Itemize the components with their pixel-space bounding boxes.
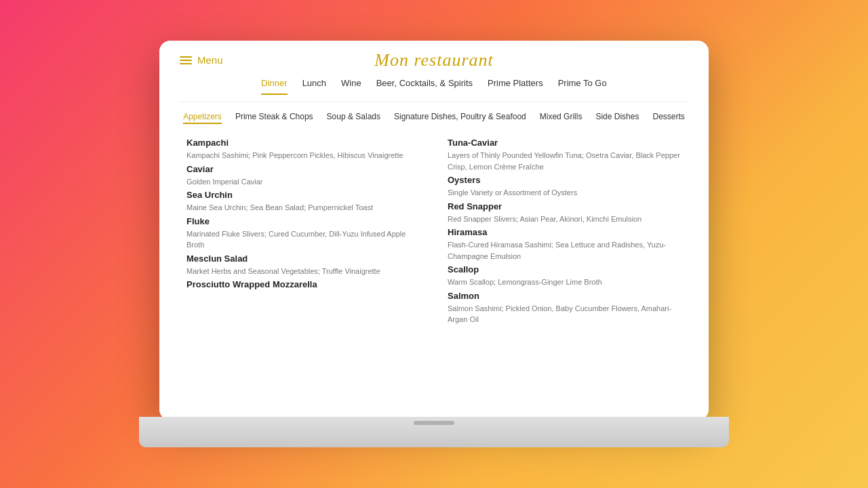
sub-nav: Appetizers Prime Steak & Chops Soup & Sa… — [180, 112, 688, 124]
item-name: Oysters — [448, 175, 682, 185]
item-name: Scallop — [448, 264, 682, 274]
item-desc: Marinated Fluke Slivers; Cured Cucumber,… — [186, 228, 420, 251]
hamburger-icon[interactable] — [180, 56, 192, 64]
item-name: Hiramasa — [448, 227, 682, 237]
list-item: Mesclun Salad Market Herbs and Seasonal … — [186, 253, 420, 277]
item-desc: Kampachi Sashimi; Pink Peppercorn Pickle… — [186, 150, 420, 161]
nav-prime-platters[interactable]: Prime Platters — [488, 78, 543, 95]
item-name: Mesclun Salad — [186, 253, 420, 264]
list-item: Salmon Salmon Sashimi; Pickled Onion, Ba… — [448, 291, 682, 325]
list-item: Sea Urchin Maine Sea Urchin; Sea Bean Sa… — [186, 190, 420, 214]
list-item: Red Snapper Red Snapper Slivers; Asian P… — [448, 201, 682, 225]
item-desc: Golden Imperial Caviar — [186, 176, 420, 188]
subnav-side-dishes[interactable]: Side Dishes — [595, 112, 639, 124]
menu-column-left: Kampachi Kampachi Sashimi; Pink Pepperco… — [186, 138, 420, 328]
subnav-desserts[interactable]: Desserts — [652, 112, 684, 124]
item-name: Fluke — [186, 216, 420, 226]
restaurant-title: Mon restaurant — [374, 50, 494, 70]
laptop-screen: Menu Mon restaurant Dinner Lunch Wine Be… — [159, 41, 709, 420]
item-desc: Flash-Cured Hiramasa Sashimi; Sea Lettuc… — [448, 239, 682, 262]
item-desc: Red Snapper Slivers; Asian Pear, Akinori… — [448, 214, 682, 225]
list-item: Caviar Golden Imperial Caviar — [186, 164, 420, 188]
nav-prime-to-go[interactable]: Prime To Go — [558, 78, 607, 95]
nav-lunch[interactable]: Lunch — [302, 78, 326, 95]
list-item: Hiramasa Flash-Cured Hiramasa Sashimi; S… — [448, 227, 682, 262]
list-item: Scallop Warm Scallop; Lemongrass-Ginger … — [448, 264, 682, 288]
item-desc: Maine Sea Urchin; Sea Bean Salad; Pumper… — [186, 202, 420, 214]
item-name: Red Snapper — [448, 201, 682, 211]
item-name: Prosciutto Wrapped Mozzarella — [186, 279, 420, 289]
list-item: Prosciutto Wrapped Mozzarella — [186, 279, 420, 289]
header: Menu Mon restaurant — [180, 54, 688, 66]
menu-icon-area[interactable]: Menu — [180, 54, 223, 66]
item-desc: Warm Scallop; Lemongrass-Ginger Lime Bro… — [448, 277, 682, 288]
item-desc: Market Herbs and Seasonal Vegetables; Tr… — [186, 266, 420, 277]
item-name: Kampachi — [186, 138, 420, 148]
laptop-wrapper: Menu Mon restaurant Dinner Lunch Wine Be… — [139, 41, 729, 447]
main-nav: Dinner Lunch Wine Beer, Cocktails, & Spi… — [180, 78, 688, 102]
subnav-mixed-grills[interactable]: Mixed Grills — [540, 112, 583, 124]
list-item: Oysters Single Variety or Assortment of … — [448, 175, 682, 199]
subnav-steak[interactable]: Prime Steak & Chops — [235, 112, 313, 124]
item-name: Sea Urchin — [186, 190, 420, 200]
item-desc: Single Variety or Assortment of Oysters — [448, 187, 682, 199]
laptop-base — [139, 417, 729, 447]
subnav-signature[interactable]: Signature Dishes, Poultry & Seafood — [394, 112, 526, 124]
subnav-appetizers[interactable]: Appetizers — [183, 112, 222, 124]
item-name: Salmon — [448, 291, 682, 301]
item-name: Caviar — [186, 164, 420, 174]
nav-wine[interactable]: Wine — [341, 78, 361, 95]
list-item: Kampachi Kampachi Sashimi; Pink Pepperco… — [186, 138, 420, 161]
nav-beer[interactable]: Beer, Cocktails, & Spirits — [376, 78, 473, 95]
item-desc: Salmon Sashimi; Pickled Onion, Baby Cucu… — [448, 303, 682, 325]
menu-grid: Kampachi Kampachi Sashimi; Pink Pepperco… — [180, 138, 688, 328]
list-item: Tuna-Caviar Layers of Thinly Pounded Yel… — [448, 138, 682, 172]
item-name: Tuna-Caviar — [448, 138, 682, 148]
screen-content: Menu Mon restaurant Dinner Lunch Wine Be… — [159, 41, 709, 420]
item-desc: Layers of Thinly Pounded Yellowfin Tuna;… — [448, 150, 682, 172]
menu-label: Menu — [197, 54, 223, 66]
nav-dinner[interactable]: Dinner — [261, 78, 287, 95]
list-item: Fluke Marinated Fluke Slivers; Cured Cuc… — [186, 216, 420, 251]
menu-column-right: Tuna-Caviar Layers of Thinly Pounded Yel… — [448, 138, 682, 328]
subnav-soup-salads[interactable]: Soup & Salads — [327, 112, 380, 124]
